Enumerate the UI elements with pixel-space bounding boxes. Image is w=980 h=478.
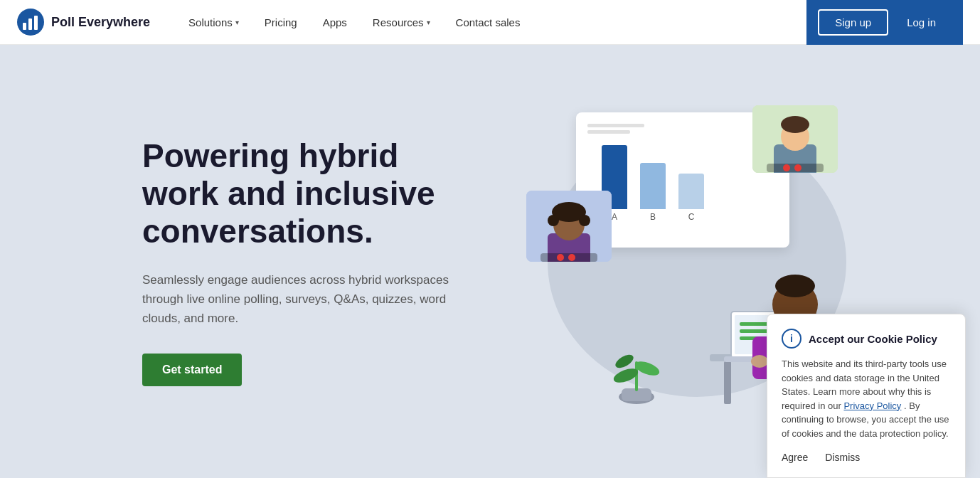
navbar: Poll Everywhere Solutions ▾ Pricing Apps… (0, 0, 980, 45)
bar-label-b: B (650, 212, 656, 222)
svg-rect-2 (28, 18, 32, 30)
video-card-right (752, 105, 838, 173)
svg-point-34 (775, 275, 815, 297)
nav-auth-area: Sign up Log in (806, 0, 963, 45)
person-left-icon (526, 191, 612, 262)
bar-c (678, 174, 704, 209)
bars-container: A B C (587, 144, 778, 222)
signup-button[interactable]: Sign up (818, 9, 888, 36)
svg-point-41 (613, 352, 635, 371)
chart-topbar (587, 122, 778, 135)
hero-title: Powering hybrid work and inclusive conve… (142, 137, 484, 250)
login-button[interactable]: Log in (891, 11, 952, 34)
person-right-icon (752, 105, 838, 173)
svg-point-16 (781, 116, 809, 133)
svg-rect-21 (724, 361, 731, 404)
chevron-down-icon: ▾ (235, 18, 239, 26)
cookie-banner: i Accept our Cookie Policy This website … (767, 314, 966, 478)
svg-point-19 (794, 164, 801, 171)
bar-group-b: B (640, 163, 666, 222)
chart-line (587, 130, 630, 134)
nav-resources[interactable]: Resources ▾ (363, 11, 440, 34)
nav-links: Solutions ▾ Pricing Apps Resources ▾ Con… (179, 11, 806, 34)
info-icon: i (782, 329, 801, 349)
nav-apps[interactable]: Apps (313, 11, 357, 34)
chart-line (587, 124, 644, 127)
svg-point-31 (751, 355, 768, 368)
svg-rect-3 (34, 16, 38, 30)
video-card-left (526, 191, 612, 262)
cookie-title: Accept our Cookie Policy (809, 333, 937, 345)
bar-b (640, 163, 666, 209)
svg-point-9 (579, 215, 590, 226)
svg-point-12 (568, 254, 575, 261)
bar-group-c: C (678, 174, 704, 222)
chart-lines (587, 124, 644, 134)
chevron-down-icon: ▾ (427, 18, 430, 26)
nav-pricing[interactable]: Pricing (255, 11, 307, 34)
dismiss-button[interactable]: Dismiss (825, 452, 860, 463)
plant-illustration (612, 340, 661, 404)
svg-rect-1 (23, 23, 26, 30)
plant-icon (612, 340, 661, 404)
svg-point-18 (783, 164, 790, 171)
get-started-button[interactable]: Get started (142, 354, 242, 386)
privacy-policy-link[interactable]: Privacy Policy (843, 400, 901, 411)
hero-content: Powering hybrid work and inclusive conve… (142, 137, 484, 386)
agree-button[interactable]: Agree (782, 452, 808, 463)
svg-point-11 (557, 254, 564, 261)
hero-description: Seamlessly engage audiences across hybri… (142, 270, 455, 329)
cookie-actions: Agree Dismiss (782, 452, 951, 463)
nav-contact-sales[interactable]: Contact sales (446, 11, 531, 34)
brand-name: Poll Everywhere (51, 15, 150, 30)
nav-solutions[interactable]: Solutions ▾ (179, 11, 249, 34)
poll-everywhere-icon (17, 9, 44, 36)
cookie-body: This website and its third-party tools u… (782, 357, 951, 440)
cookie-header: i Accept our Cookie Policy (782, 329, 951, 349)
bar-label-a: A (612, 212, 617, 222)
logo[interactable]: Poll Everywhere (17, 9, 150, 36)
svg-point-8 (548, 215, 559, 226)
